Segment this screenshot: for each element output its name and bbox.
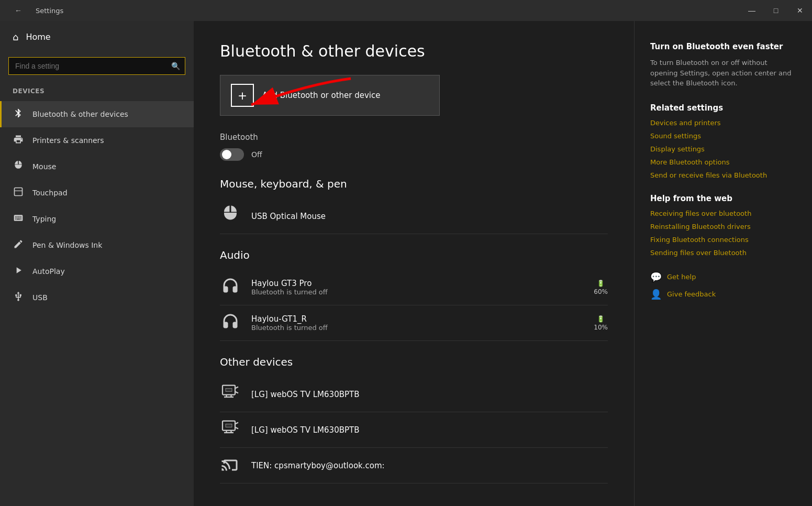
main-content: Bluetooth & other devices + Add Bluetoot… [194,21,634,506]
typing-icon [13,213,24,225]
sidebar-item-pen[interactable]: Pen & Windows Ink [0,232,194,258]
toggle-knob [222,150,231,159]
battery-pct-2: 10% [594,324,608,331]
sidebar-label-bluetooth: Bluetooth & other devices [32,110,128,118]
lg-tv-2-info: [LG] webOS TV LM630BPTB [251,425,608,435]
haylou-gt3-info: Haylou GT3 Pro Bluetooth is turned off [251,279,583,296]
give-feedback-label: Give feedback [667,290,716,298]
haylou-gt1-info: Haylou-GT1_R Bluetooth is turned off [251,314,583,332]
haylou-gt1-name: Haylou-GT1_R [251,314,583,324]
back-button[interactable]: ← [6,0,30,21]
give-feedback-item[interactable]: 👤 Give feedback [650,289,796,300]
home-label: Home [26,32,50,42]
lg-tv-1-name: [LG] webOS TV LM630BPTB [251,390,608,399]
link-send-receive[interactable]: Send or receive files via Bluetooth [650,171,796,179]
cast-icon [220,454,241,477]
link-more-bluetooth[interactable]: More Bluetooth options [650,158,796,166]
haylou-gt3-status: Bluetooth is turned off [251,288,583,296]
panel-related-section: Related settings Devices and printers So… [650,103,796,179]
maximize-button[interactable]: □ [764,0,788,21]
device-usb-mouse: USB Optical Mouse [220,199,608,234]
window-controls: — □ ✕ [740,0,812,21]
audio-section-title: Audio [220,249,608,261]
link-reinstalling-drivers[interactable]: Reinstalling Bluetooth drivers [650,223,796,230]
get-help-icon: 💬 [650,271,662,282]
battery-pct-1: 60% [594,288,608,295]
haylou-gt1-status: Bluetooth is turned off [251,324,583,332]
battery-icon-2: 🔋 [597,315,605,323]
tien-name: TIEN: cpsmartyboy@outlook.com: [251,461,608,470]
close-button[interactable]: ✕ [788,0,812,21]
panel-help-section: Help from the web Receiving files over b… [650,194,796,257]
sidebar-item-usb[interactable]: USB [0,284,194,311]
get-help-item[interactable]: 💬 Get help [650,271,796,282]
device-lg-tv-2: [LG] webOS TV LM630BPTB [220,412,608,448]
haylou-gt3-battery: 🔋 60% [594,280,608,295]
tv-icon-1 [220,383,241,405]
other-devices-section: Other devices [LG] webOS TV LM630BPTB [L… [220,356,608,483]
panel-actions-section: 💬 Get help 👤 Give feedback [650,271,796,300]
bluetooth-icon [13,108,24,120]
mouse-device-name: USB Optical Mouse [251,212,608,221]
add-device-button[interactable]: + Add Bluetooth or other device [220,75,440,116]
tien-info: TIEN: cpsmartyboy@outlook.com: [251,461,608,470]
sidebar-label-printers: Printers & scanners [32,136,104,145]
bluetooth-toggle-label: Off [251,150,262,159]
other-section-title: Other devices [220,356,608,368]
lg-tv-2-name: [LG] webOS TV LM630BPTB [251,425,608,435]
device-haylou-gt3: Haylou GT3 Pro Bluetooth is turned off 🔋… [220,270,608,305]
get-help-label: Get help [667,273,696,281]
mouse-section-title: Mouse, keyboard, & pen [220,178,608,190]
link-receiving-files[interactable]: Receiving files over bluetooth [650,210,796,217]
window-title: Settings [36,7,63,15]
panel-faster-title: Turn on Bluetooth even faster [650,42,796,51]
sidebar-item-autoplay[interactable]: AutoPlay [0,258,194,284]
sidebar-label-pen: Pen & Windows Ink [32,241,102,249]
add-icon: + [231,84,254,107]
battery-icon-1: 🔋 [597,280,605,287]
sidebar-section-label: Devices [0,85,194,101]
pen-icon [13,239,24,251]
search-icon: 🔍 [171,62,180,70]
minimize-button[interactable]: — [740,0,764,21]
sidebar-label-touchpad: Touchpad [32,189,68,197]
device-lg-tv-1: [LG] webOS TV LM630BPTB [220,377,608,412]
link-fixing-connections[interactable]: Fixing Bluetooth connections [650,236,796,244]
sidebar-label-autoplay: AutoPlay [32,267,65,276]
home-icon: ⌂ [13,31,18,42]
link-devices-printers[interactable]: Devices and printers [650,119,796,127]
sidebar-label-typing: Typing [32,215,56,223]
usb-icon [13,291,24,304]
touchpad-icon [13,186,24,199]
sidebar-item-printers[interactable]: Printers & scanners [0,127,194,153]
autoplay-icon [13,265,24,278]
audio-section: Audio Haylou GT3 Pro Bluetooth is turned… [220,249,608,341]
sidebar-item-typing[interactable]: Typing [0,206,194,232]
printer-icon [13,134,24,147]
mouse-device-icon [220,205,241,227]
panel-faster-text: To turn Bluetooth on or off without open… [650,58,796,89]
search-input[interactable] [8,57,185,75]
link-sound-settings[interactable]: Sound settings [650,132,796,140]
sidebar-item-bluetooth[interactable]: Bluetooth & other devices [0,101,194,127]
bluetooth-toggle[interactable] [220,148,244,161]
right-panel: Turn on Bluetooth even faster To turn Bl… [634,21,812,506]
mouse-device-info: USB Optical Mouse [251,212,608,221]
sidebar-item-touchpad[interactable]: Touchpad [0,180,194,206]
device-tien: TIEN: cpsmartyboy@outlook.com: [220,448,608,483]
haylou-gt3-name: Haylou GT3 Pro [251,279,583,288]
sidebar-item-mouse[interactable]: Mouse [0,153,194,180]
give-feedback-icon: 👤 [650,289,662,300]
sidebar-label-usb: USB [32,293,48,302]
bluetooth-toggle-row: Off [220,148,608,161]
sidebar: ⌂ Home 🔍 Devices Bluetooth & other devic… [0,21,194,506]
lg-tv-1-info: [LG] webOS TV LM630BPTB [251,390,608,399]
add-device-label: Add Bluetooth or other device [262,91,381,100]
page-title: Bluetooth & other devices [220,42,608,60]
link-sending-files[interactable]: Sending files over Bluetooth [650,249,796,257]
device-haylou-gt1: Haylou-GT1_R Bluetooth is turned off 🔋 1… [220,305,608,341]
svg-rect-0 [15,188,23,196]
svg-rect-3 [226,389,232,392]
sidebar-home[interactable]: ⌂ Home [0,21,194,53]
link-display-settings[interactable]: Display settings [650,145,796,153]
